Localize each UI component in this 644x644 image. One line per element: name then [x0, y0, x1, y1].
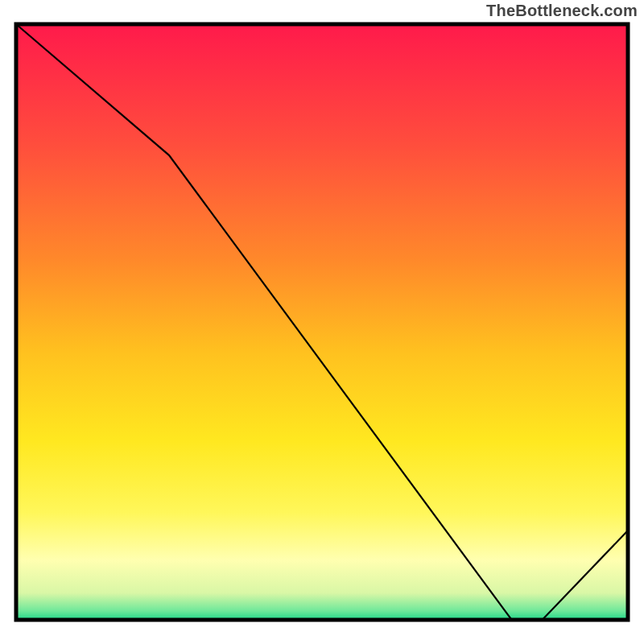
bottleneck-chart: TheBottleneck.com: [0, 0, 644, 644]
plot-background: [16, 24, 628, 620]
watermark-text: TheBottleneck.com: [486, 2, 638, 20]
chart-svg: [0, 0, 644, 644]
